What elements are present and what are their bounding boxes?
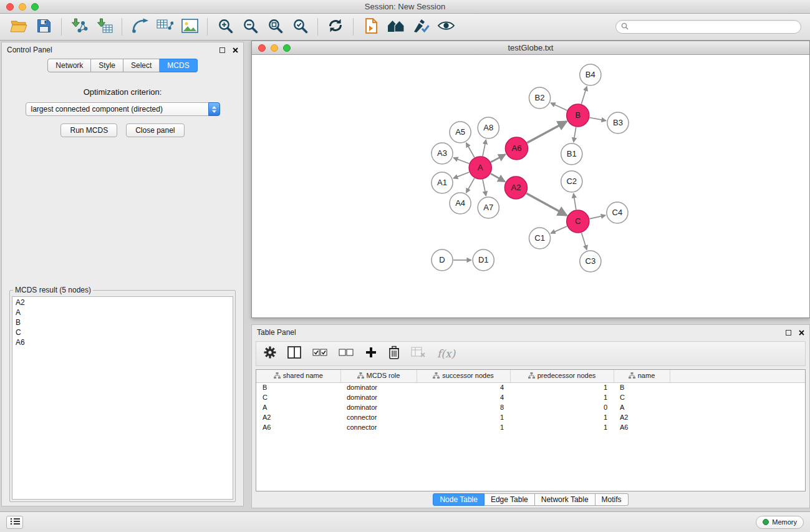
- graph-node-B1[interactable]: B1: [561, 143, 582, 165]
- zoom-out-button[interactable]: [239, 16, 261, 38]
- graph-edge-B-B2[interactable]: [551, 103, 567, 110]
- open-document-button[interactable]: [360, 16, 382, 38]
- mcds-result-item[interactable]: A2: [12, 297, 233, 307]
- graph-edge-B-B4[interactable]: [581, 87, 587, 104]
- export-image-button[interactable]: [178, 16, 201, 38]
- graph-edge-A-A8[interactable]: [483, 140, 486, 156]
- tab-motifs[interactable]: Motifs: [595, 493, 629, 506]
- tab-mcds[interactable]: MCDS: [160, 59, 197, 72]
- show-hide-button[interactable]: [435, 16, 457, 38]
- import-network-button[interactable]: [68, 16, 90, 38]
- optimization-dropdown[interactable]: largest connected component (directed): [26, 102, 220, 116]
- tab-edge-table[interactable]: Edge Table: [485, 493, 535, 506]
- run-mcds-button[interactable]: Run MCDS: [60, 123, 117, 137]
- graph-edge-A-A3[interactable]: [453, 158, 469, 163]
- tab-node-table[interactable]: Node Table: [433, 493, 485, 506]
- mcds-result-item[interactable]: C: [12, 327, 233, 337]
- graph-node-B[interactable]: B: [567, 104, 589, 127]
- graph-node-D1[interactable]: D1: [473, 249, 494, 271]
- tab-style[interactable]: Style: [91, 59, 123, 72]
- zoom-in-button[interactable]: [214, 16, 236, 38]
- unselect-all-columns-button[interactable]: [339, 348, 354, 359]
- add-column-button[interactable]: [365, 346, 377, 361]
- graph-edge-C-C3[interactable]: [581, 233, 587, 249]
- graph-node-C3[interactable]: C3: [580, 251, 601, 272]
- graph-edge-A-A1[interactable]: [453, 172, 469, 178]
- tab-network-table[interactable]: Network Table: [535, 493, 595, 506]
- graph-node-C4[interactable]: C4: [607, 202, 628, 223]
- export-table-button[interactable]: [153, 16, 176, 38]
- home-button[interactable]: [385, 16, 407, 38]
- delete-table-button[interactable]: [411, 347, 426, 360]
- column-header-successor-nodes[interactable]: successor nodes: [417, 370, 510, 382]
- graph-node-B4[interactable]: B4: [580, 64, 601, 85]
- graph-edge-A-A4[interactable]: [466, 178, 475, 193]
- graph-edge-B-B1[interactable]: [574, 127, 576, 142]
- export-network-button[interactable]: [128, 16, 151, 38]
- table-row[interactable]: Bdominator41B: [256, 382, 805, 392]
- table-row[interactable]: A2connector11A2: [256, 412, 805, 422]
- column-header-shared-name[interactable]: shared name: [256, 370, 340, 382]
- graph-edge-A-A7[interactable]: [483, 180, 486, 196]
- tab-network[interactable]: Network: [47, 59, 91, 72]
- table-settings-button[interactable]: [264, 346, 276, 361]
- delete-column-button[interactable]: [388, 346, 400, 362]
- graph-node-D[interactable]: D: [432, 249, 453, 271]
- graph-node-A2[interactable]: A2: [504, 177, 527, 199]
- import-table-button[interactable]: [93, 16, 115, 38]
- close-network-window-button[interactable]: [258, 44, 266, 52]
- graph-node-C2[interactable]: C2: [561, 171, 582, 192]
- open-session-button[interactable]: [7, 16, 30, 38]
- zoom-fit-button[interactable]: [264, 16, 286, 38]
- graph-edge-A-A5[interactable]: [466, 143, 475, 157]
- graph-node-A1[interactable]: A1: [432, 172, 453, 193]
- graph-edge-A-A6[interactable]: [491, 155, 505, 162]
- graph-edge-B-B3[interactable]: [590, 118, 606, 121]
- graph-node-C[interactable]: C: [567, 210, 589, 233]
- column-header-name[interactable]: name: [614, 370, 670, 382]
- panel-menu-button[interactable]: [6, 516, 23, 529]
- function-builder-button[interactable]: f(x): [437, 347, 455, 360]
- zoom-selected-button[interactable]: [289, 16, 311, 38]
- node-table-container[interactable]: shared nameMCDS rolesuccessor nodesprede…: [256, 369, 806, 491]
- graph-node-A6[interactable]: A6: [505, 137, 528, 160]
- zoom-network-window-button[interactable]: [283, 44, 291, 52]
- graph-edge-A6-B[interactable]: [527, 122, 567, 143]
- refresh-view-button[interactable]: [324, 16, 347, 38]
- table-row[interactable]: Cdominator41C: [256, 392, 805, 402]
- apply-style-button[interactable]: [410, 16, 432, 38]
- column-header-predecessor-nodes[interactable]: predecessor nodes: [510, 370, 614, 382]
- close-table-panel-icon[interactable]: [799, 330, 804, 336]
- graph-node-A8[interactable]: A8: [478, 117, 499, 138]
- close-panel-icon[interactable]: [233, 47, 238, 53]
- graph-node-A4[interactable]: A4: [450, 193, 471, 214]
- graph-node-A7[interactable]: A7: [478, 197, 499, 218]
- minimize-network-window-button[interactable]: [271, 44, 278, 52]
- graph-node-B2[interactable]: B2: [529, 87, 550, 109]
- close-window-button[interactable]: [6, 3, 14, 11]
- graph-edge-C-C4[interactable]: [589, 215, 605, 219]
- graph-node-A[interactable]: A: [469, 157, 491, 179]
- graph-edge-A2-C[interactable]: [526, 193, 567, 215]
- network-window-titlebar[interactable]: testGlobe.txt: [252, 41, 809, 55]
- zoom-window-button[interactable]: [31, 3, 39, 11]
- graph-node-A3[interactable]: A3: [432, 143, 453, 164]
- mcds-result-item[interactable]: A6: [12, 337, 233, 347]
- mcds-result-item[interactable]: A: [12, 307, 233, 317]
- float-panel-icon[interactable]: [219, 47, 225, 53]
- graph-edge-C-C1[interactable]: [551, 226, 567, 233]
- select-all-columns-button[interactable]: [312, 348, 327, 359]
- table-row[interactable]: A6connector11A6: [256, 422, 805, 432]
- save-session-button[interactable]: [32, 16, 55, 38]
- network-canvas[interactable]: B4B2BB3A8A5A6A3B1AC2A1A2A4A7C4CC1C3DD1: [252, 55, 809, 317]
- graph-node-C1[interactable]: C1: [529, 228, 550, 249]
- graph-edge-A-A2[interactable]: [491, 173, 505, 181]
- mcds-result-item[interactable]: B: [12, 317, 233, 327]
- graph-node-B3[interactable]: B3: [607, 112, 629, 133]
- mcds-result-list[interactable]: A2ABCA6: [12, 296, 233, 500]
- search-input[interactable]: [632, 22, 796, 31]
- search-field[interactable]: [615, 20, 801, 34]
- table-row[interactable]: Adominator80A: [256, 402, 805, 412]
- memory-button[interactable]: Memory: [756, 516, 804, 529]
- minimize-window-button[interactable]: [19, 3, 26, 11]
